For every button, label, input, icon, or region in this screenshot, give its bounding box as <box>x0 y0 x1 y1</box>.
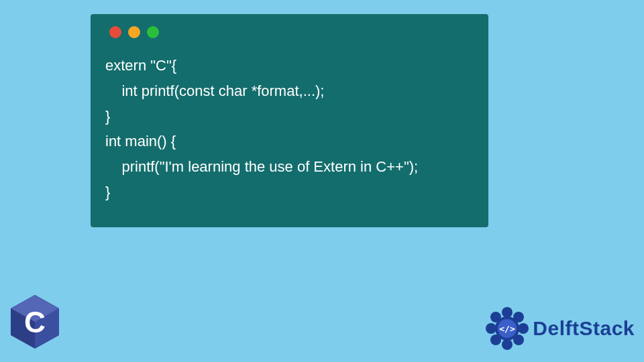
c-letter: C <box>24 306 46 339</box>
svg-point-7 <box>502 339 513 350</box>
close-icon <box>109 26 121 38</box>
window-traffic-lights <box>109 26 474 38</box>
svg-text:</>: </> <box>500 324 516 334</box>
minimize-icon <box>128 26 140 38</box>
svg-point-9 <box>486 323 496 334</box>
delftstack-logo: </> DelftStack <box>486 307 635 350</box>
svg-point-3 <box>502 307 513 318</box>
delftstack-badge-icon: </> <box>486 307 529 350</box>
delftstack-label: DelftStack <box>533 317 635 340</box>
c-language-logo-icon: C <box>11 295 59 349</box>
svg-point-5 <box>518 323 529 334</box>
maximize-icon <box>147 26 159 38</box>
code-block: extern "C"{ int printf(const char *forma… <box>105 53 474 205</box>
code-window: extern "C"{ int printf(const char *forma… <box>91 14 488 227</box>
